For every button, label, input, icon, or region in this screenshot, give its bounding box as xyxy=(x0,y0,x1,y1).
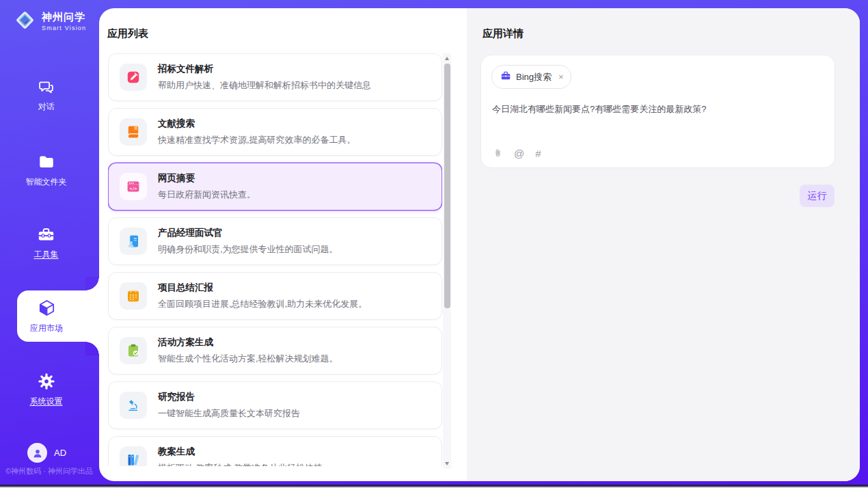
app-card-desc: 全面回顾项目进展,总结经验教训,助力未来优化发展。 xyxy=(158,298,367,310)
mention-icon[interactable]: @ xyxy=(514,148,524,159)
brand-subtitle: Smart Vision xyxy=(42,25,86,31)
sidebar-item-toolset[interactable]: 工具集 xyxy=(0,225,92,260)
app-card-project-summary[interactable]: 项目总结汇报全面回顾项目进展,总结经验教训,助力未来优化发展。 xyxy=(108,272,442,320)
sidebar-item-label: 应用市场 xyxy=(30,323,63,334)
cube-icon xyxy=(38,299,56,318)
app-card-desc: 帮助用户快速、准确地理解和解析招标书中的关键信息 xyxy=(158,79,371,92)
briefcase-icon xyxy=(500,70,511,84)
app-card-title: 网页摘要 xyxy=(158,172,256,185)
research-report-icon xyxy=(120,392,147,419)
app-list-title: 应用列表 xyxy=(107,27,148,40)
detail-panel: 应用详情 Bing搜索 × 今日湖北有哪些新闻要点?有哪些需要关注的最新政策? … xyxy=(467,8,860,481)
app-card-desc: 模板驱动,教案秒成,教学准备从此轻松快捷 xyxy=(158,462,323,466)
gear-icon xyxy=(38,372,55,391)
paperclip-icon[interactable] xyxy=(493,147,503,159)
app-card-lesson-plan[interactable]: 教案生成模板驱动,教案秒成,教学准备从此轻松快捷 xyxy=(108,436,442,466)
app-card-title: 产品经理面试官 xyxy=(158,227,338,239)
app-card-title: 研究报告 xyxy=(158,391,300,403)
avatar[interactable] xyxy=(27,443,47,463)
literature-book-icon xyxy=(120,118,147,146)
brand-name: 神州问学 xyxy=(42,12,86,22)
sidebar-item-label: 对话 xyxy=(38,101,55,113)
sidebar: 神州问学 Smart Vision 对话智能文件夹工具集应用市场系统设置 AD … xyxy=(0,0,99,488)
app-card-desc: 智能生成个性化活动方案,轻松解决规划难题。 xyxy=(158,353,338,365)
sidebar-item-label: 智能文件夹 xyxy=(26,176,67,188)
app-card-web-summary[interactable]: </>网页摘要每日政府新闻资讯快查。 xyxy=(108,163,442,211)
toolbox-icon xyxy=(37,225,55,244)
lesson-plan-icon xyxy=(120,446,147,466)
sidebar-item-chat[interactable]: 对话 xyxy=(0,77,92,113)
app-card-title: 教案生成 xyxy=(158,446,323,458)
run-button[interactable]: 运行 xyxy=(800,185,835,207)
scroll-up-arrow-icon[interactable] xyxy=(445,57,449,60)
sidebar-item-label: 工具集 xyxy=(34,249,59,260)
svg-text:</>: </> xyxy=(130,186,137,191)
chat-icon xyxy=(38,77,55,96)
app-card-list: 招标文件解析帮助用户快速、准确地理解和解析招标书中的关键信息文献搜索快速精准查找… xyxy=(108,53,442,466)
folder-icon xyxy=(38,152,55,172)
brand-diamond-icon xyxy=(14,9,36,34)
sidebar-item-label: 系统设置 xyxy=(30,396,63,407)
tool-chip-bing-search[interactable]: Bing搜索 × xyxy=(491,65,571,89)
chip-close-icon[interactable]: × xyxy=(558,72,564,81)
bid-document-icon xyxy=(120,64,147,91)
project-report-icon xyxy=(120,282,147,310)
app-list-panel: 应用列表 招标文件解析帮助用户快速、准确地理解和解析招标书中的关键信息文献搜索快… xyxy=(99,8,467,481)
app-card-literature-search[interactable]: 文献搜索快速精准查找学术资源,提高研究效率的必备工具。 xyxy=(108,108,442,156)
app-card-activity-plan[interactable]: 活动方案生成智能生成个性化活动方案,轻松解决规划难题。 xyxy=(108,327,442,375)
app-card-bid-parse[interactable]: 招标文件解析帮助用户快速、准确地理解和解析招标书中的关键信息 xyxy=(108,53,442,101)
input-toolbar: @ # xyxy=(493,147,541,159)
hash-icon[interactable]: # xyxy=(535,148,541,159)
app-card-desc: 每日政府新闻资讯快查。 xyxy=(158,189,256,201)
app-card-desc: 快速精准查找学术资源,提高研究效率的必备工具。 xyxy=(158,134,356,146)
user-name: AD xyxy=(54,448,66,458)
app-card-title: 文献搜索 xyxy=(158,118,356,130)
interviewer-doc-icon xyxy=(120,228,147,255)
query-input-card[interactable]: Bing搜索 × 今日湖北有哪些新闻要点?有哪些需要关注的最新政策? @ # xyxy=(480,55,835,168)
scroll-down-arrow-icon[interactable] xyxy=(445,462,449,465)
app-card-desc: 明确身份和职责,为您提供专业性的面试问题。 xyxy=(158,243,338,256)
main-container: 应用列表 招标文件解析帮助用户快速、准确地理解和解析招标书中的关键信息文献搜索快… xyxy=(99,8,860,481)
scrollbar[interactable] xyxy=(443,53,451,469)
tool-chip-label: Bing搜索 xyxy=(516,71,552,83)
app-card-desc: 一键智能生成高质量长文本研究报告 xyxy=(158,407,300,420)
user-row[interactable]: AD xyxy=(27,443,66,463)
query-textarea[interactable]: 今日湖北有哪些新闻要点?有哪些需要关注的最新政策? xyxy=(492,103,824,116)
brand-logo: 神州问学 Smart Vision xyxy=(14,9,86,34)
sidebar-item-smart-folder[interactable]: 智能文件夹 xyxy=(0,152,92,188)
scrollbar-thumb[interactable] xyxy=(444,64,450,308)
detail-title: 应用详情 xyxy=(483,27,524,40)
app-card-research-report[interactable]: 研究报告一键智能生成高质量长文本研究报告 xyxy=(108,381,442,429)
sidebar-item-settings[interactable]: 系统设置 xyxy=(0,372,92,407)
app-card-title: 活动方案生成 xyxy=(158,336,338,349)
app-card-title: 项目总结汇报 xyxy=(158,282,367,294)
app-card-pm-interviewer[interactable]: 产品经理面试官明确身份和职责,为您提供专业性的面试问题。 xyxy=(108,217,442,265)
activity-plan-icon xyxy=(120,337,147,364)
web-summary-icon: </> xyxy=(120,173,147,200)
app-card-title: 招标文件解析 xyxy=(158,63,371,75)
copyright-text: ©神州数码 · 神州问学出品 xyxy=(5,466,93,476)
sidebar-item-app-market[interactable]: 应用市场 xyxy=(17,290,99,342)
